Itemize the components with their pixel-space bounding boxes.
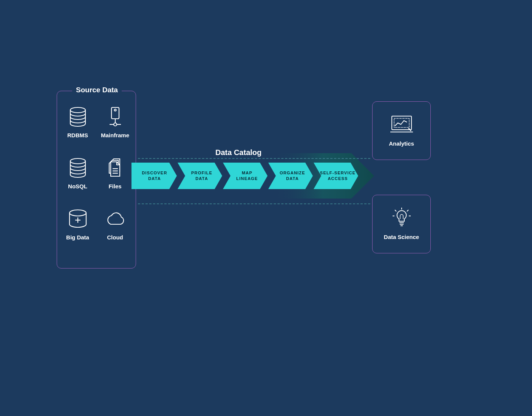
bigdata-icon <box>66 208 89 230</box>
svg-line-29 <box>395 210 396 211</box>
pipeline-step-selfservice: SELF-SERVICE ACCESS <box>313 163 358 189</box>
step-label: ORGANIZE DATA <box>273 170 308 182</box>
source-item-cloud: Cloud <box>96 208 134 241</box>
source-item-bigdata: Big Data <box>59 208 96 241</box>
svg-point-0 <box>70 107 85 113</box>
output-datascience: Data Science <box>372 195 431 253</box>
pipeline-step-discover: DISCOVER DATA <box>131 163 177 189</box>
svg-point-2 <box>114 109 116 111</box>
source-label: NoSQL <box>68 183 87 189</box>
step-label: SELF-SERVICE ACCESS <box>313 170 358 182</box>
svg-point-4 <box>114 123 117 126</box>
lightbulb-icon <box>390 208 414 228</box>
source-grid: RDBMS Mainframe <box>57 102 136 244</box>
source-item-nosql: NoSQL <box>59 157 96 189</box>
svg-point-7 <box>70 158 85 164</box>
pipeline-step-organize: ORGANIZE DATA <box>268 163 313 189</box>
catalog-title: Data Catalog <box>215 148 261 157</box>
database-icon <box>66 106 89 127</box>
catalog-pipeline: DISCOVER DATA PROFILE DATA MAP LINEAGE O… <box>131 163 358 189</box>
step-label: DISCOVER DATA <box>139 170 169 182</box>
pipeline-step-profile: PROFILE DATA <box>177 163 222 189</box>
pipeline-step-map: MAP LINEAGE <box>222 163 268 189</box>
source-item-mainframe: Mainframe <box>96 106 134 138</box>
files-icon <box>104 157 127 179</box>
dashed-line-top <box>138 158 370 159</box>
analytics-icon <box>390 115 414 134</box>
output-label: Analytics <box>389 140 414 147</box>
source-label: Big Data <box>66 234 89 241</box>
mainframe-icon <box>104 106 127 127</box>
svg-line-30 <box>407 210 408 211</box>
source-title: Source Data <box>76 86 118 94</box>
source-item-rdbms: RDBMS <box>59 106 96 138</box>
source-title-wrap: Source Data <box>72 86 122 94</box>
step-label: MAP LINEAGE <box>229 170 260 182</box>
source-item-files: Files <box>96 157 134 189</box>
cloud-icon <box>104 208 127 230</box>
output-analytics: Analytics <box>372 101 431 160</box>
source-label: Mainframe <box>101 132 129 138</box>
svg-point-11 <box>70 210 86 216</box>
source-label: Files <box>108 183 121 189</box>
step-label: PROFILE DATA <box>184 170 215 182</box>
output-label: Data Science <box>384 234 419 240</box>
database-icon <box>66 157 89 179</box>
dashed-line-bottom <box>138 203 370 204</box>
source-label: RDBMS <box>67 132 88 138</box>
source-data-panel: Source Data RDBMS <box>57 91 136 269</box>
source-label: Cloud <box>107 234 123 241</box>
